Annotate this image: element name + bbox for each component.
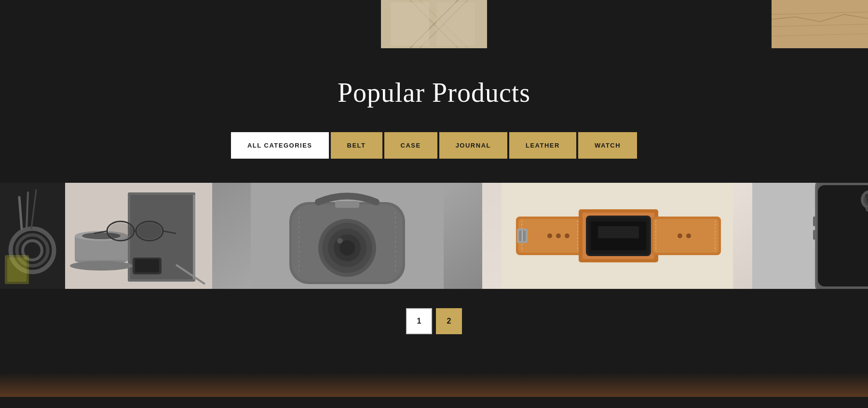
svg-point-30 bbox=[70, 261, 133, 271]
svg-point-61 bbox=[547, 233, 552, 238]
svg-point-52 bbox=[337, 238, 343, 244]
filter-journal[interactable]: JOURNAL bbox=[439, 132, 507, 159]
svg-point-62 bbox=[556, 233, 561, 238]
filter-watch[interactable]: WATCH bbox=[578, 132, 637, 159]
svg-rect-73 bbox=[653, 219, 719, 253]
svg-rect-95 bbox=[813, 230, 816, 240]
bottom-strip bbox=[0, 373, 868, 397]
page-1-button[interactable]: 1 bbox=[406, 308, 432, 334]
svg-rect-40 bbox=[135, 259, 159, 272]
product-belt-image[interactable] bbox=[0, 183, 65, 289]
svg-point-63 bbox=[565, 233, 570, 238]
svg-rect-69 bbox=[598, 226, 639, 238]
svg-rect-6 bbox=[391, 2, 429, 46]
top-center-image bbox=[381, 0, 487, 48]
section-title: Popular Products bbox=[0, 77, 868, 108]
popular-products-section: Popular Products ALL CATEGORIES BELT CAS… bbox=[0, 48, 868, 183]
svg-rect-7 bbox=[436, 2, 475, 46]
svg-point-33 bbox=[108, 223, 133, 239]
filter-belt[interactable]: BELT bbox=[331, 132, 382, 159]
product-journal-image[interactable] bbox=[65, 183, 212, 289]
filter-leather[interactable]: LEATHER bbox=[509, 132, 576, 159]
pagination: 1 2 bbox=[0, 289, 868, 358]
category-filters: ALL CATEGORIES BELT CASE JOURNAL LEATHER… bbox=[0, 132, 868, 159]
filter-case[interactable]: CASE bbox=[384, 132, 437, 159]
svg-rect-21 bbox=[7, 258, 27, 282]
top-right-image bbox=[772, 0, 868, 48]
svg-rect-53 bbox=[335, 201, 359, 208]
svg-rect-94 bbox=[813, 217, 816, 226]
bottom-section bbox=[0, 358, 868, 397]
product-watch-image[interactable] bbox=[482, 183, 752, 289]
products-strip bbox=[0, 183, 868, 289]
page-2-button[interactable]: 2 bbox=[436, 308, 462, 334]
svg-point-77 bbox=[686, 233, 691, 238]
svg-rect-9 bbox=[772, 0, 868, 48]
svg-rect-85 bbox=[818, 185, 868, 286]
svg-rect-26 bbox=[193, 195, 195, 279]
svg-point-76 bbox=[678, 233, 682, 238]
product-phone-image[interactable] bbox=[752, 183, 868, 289]
product-case-image[interactable] bbox=[212, 183, 482, 289]
filter-all-categories[interactable]: ALL CATEGORIES bbox=[231, 132, 329, 159]
svg-point-35 bbox=[137, 223, 162, 239]
